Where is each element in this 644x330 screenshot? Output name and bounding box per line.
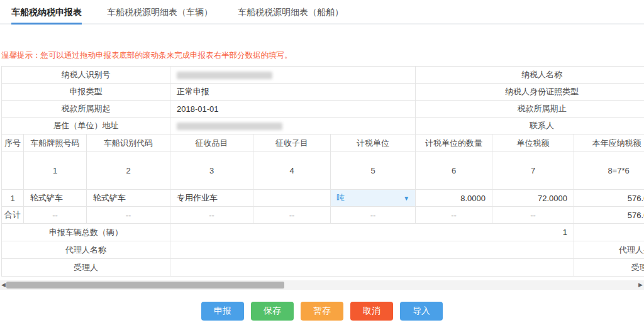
colnum-8: 8=7*6 xyxy=(574,152,644,190)
tax-period-end-label: 税款所属期止 xyxy=(416,101,644,118)
total-tax-unit-qty: -- xyxy=(416,207,492,224)
col-plate-number: 车船牌照号码 xyxy=(24,135,87,152)
info-row-tax-period-start: 税款所属期起 2018-01-01 税款所属期止 xyxy=(2,101,644,118)
import-button[interactable]: 导入 xyxy=(400,302,443,321)
tab-tax-source-detail-vessel[interactable]: 车船税税源明细表（船舶） xyxy=(238,0,343,23)
total-tax-unit: -- xyxy=(331,207,416,224)
scroll-right-icon[interactable]: ▶ xyxy=(638,282,643,289)
address-value xyxy=(170,118,416,135)
colnum-3: 3 xyxy=(170,152,253,190)
info-row-taxpayer-id: 纳税人识别号 纳税人名称 xyxy=(2,67,644,84)
colnum-5: 5 xyxy=(331,152,416,190)
tax-period-start-value: 2018-01-01 xyxy=(170,101,416,118)
col-unit-tax: 单位税额 xyxy=(492,135,574,152)
footer-row-acceptor: 受理人 受理日期 xyxy=(2,259,644,277)
vehicle-count-right-label xyxy=(574,224,644,241)
total-levy-subitem: -- xyxy=(253,207,331,224)
action-button-row: 申报 保存 暂存 取消 导入 xyxy=(0,302,644,321)
colnum-2: 2 xyxy=(87,152,170,190)
colnum-1: 1 xyxy=(24,152,87,190)
save-button[interactable]: 保存 xyxy=(251,302,294,321)
vehicle-count-label: 申报车辆总数（辆） xyxy=(2,224,170,241)
row-vin: 轮式铲车 xyxy=(87,190,170,207)
col-annual-tax: 本年应纳税额 xyxy=(574,135,644,152)
colnum-seq xyxy=(2,152,24,190)
temp-save-button[interactable]: 暂存 xyxy=(301,302,343,321)
address-label: 居住（单位）地址 xyxy=(2,118,170,135)
vehicle-count-value: 1 xyxy=(170,224,574,241)
col-tax-unit: 计税单位 xyxy=(331,135,416,152)
row-seq: 1 xyxy=(2,190,24,207)
acceptor-label: 受理人 xyxy=(2,259,170,277)
total-row: 合计 -- -- -- -- -- -- -- 576.0000 xyxy=(2,207,644,224)
footer-row-agent-name: 代理人名称 代理人身份证号 xyxy=(2,241,644,259)
agent-id-label: 代理人身份证号 xyxy=(574,241,644,259)
tax-period-start-label: 税款所属期起 xyxy=(2,101,170,118)
colnum-6: 6 xyxy=(416,152,492,190)
acceptor-value xyxy=(170,259,574,277)
total-vin: -- xyxy=(87,207,170,224)
column-number-row: 1 2 3 4 5 6 7 8=7*6 xyxy=(2,152,644,190)
scrollbar-thumb[interactable] xyxy=(6,282,284,289)
total-plate: -- xyxy=(24,207,87,224)
total-unit-tax: -- xyxy=(492,207,574,224)
row-tax-unit-cell: 吨 ▼ xyxy=(331,190,416,207)
column-header-row: 序号 车船牌照号码 车船识别代码 征收品目 征收子目 计税单位 计税单位的数量 … xyxy=(2,135,644,152)
declare-button[interactable]: 申报 xyxy=(201,302,244,321)
taxpayer-id-value xyxy=(170,67,416,84)
chevron-down-icon: ▼ xyxy=(403,195,409,202)
taxpayer-name-label: 纳税人名称 xyxy=(416,67,644,84)
info-row-address: 居住（单位）地址 联系人 xyxy=(2,118,644,135)
horizontal-scrollbar[interactable]: ◀ ▶ xyxy=(0,280,644,290)
scroll-hint-notice: 温馨提示：您可以通过拖动申报表底部的滚动条来完成申报表右半部分数据的填写。 xyxy=(1,50,644,61)
agent-name-label: 代理人名称 xyxy=(2,241,170,259)
tax-unit-selected-value: 吨 xyxy=(336,192,345,204)
tab-vehicle-vessel-tax-declaration[interactable]: 车船税纳税申报表 xyxy=(11,0,82,25)
redacted-taxpayer-id xyxy=(177,72,272,79)
declaration-type-value: 正常申报 xyxy=(170,84,416,101)
colnum-4: 4 xyxy=(253,152,331,190)
cancel-button[interactable]: 取消 xyxy=(350,302,393,321)
row-annual-tax: 576.0000 xyxy=(574,190,644,207)
col-vin: 车船识别代码 xyxy=(87,135,170,152)
table-row: 1 轮式铲车 轮式铲车 专用作业车 吨 ▼ 8.0000 72.0000 576… xyxy=(2,190,644,207)
agent-name-value xyxy=(170,241,574,259)
declaration-table-viewport: 纳税人识别号 纳税人名称 申报类型 正常申报 纳税人身份证照类型 税款所属期起 … xyxy=(1,66,644,277)
taxpayer-id-label: 纳税人识别号 xyxy=(2,67,170,84)
tab-tax-source-detail-vehicle[interactable]: 车船税税源明细表（车辆） xyxy=(107,0,213,23)
total-label: 合计 xyxy=(2,207,24,224)
total-levy-item: -- xyxy=(170,207,253,224)
tax-unit-dropdown[interactable]: 吨 ▼ xyxy=(331,190,415,206)
row-plate-number: 轮式铲车 xyxy=(24,190,87,207)
footer-row-vehicle-count: 申报车辆总数（辆） 1 xyxy=(2,224,644,241)
declaration-table: 纳税人识别号 纳税人名称 申报类型 正常申报 纳税人身份证照类型 税款所属期起 … xyxy=(1,66,644,277)
tab-bar: 车船税纳税申报表 车船税税源明细表（车辆） 车船税税源明细表（船舶） xyxy=(0,0,644,25)
row-levy-subitem xyxy=(253,190,331,207)
col-levy-item: 征收品目 xyxy=(170,135,253,152)
colnum-7: 7 xyxy=(492,152,574,190)
declaration-type-label: 申报类型 xyxy=(2,84,170,101)
id-certificate-type-label: 纳税人身份证照类型 xyxy=(416,84,644,101)
acceptance-date-label: 受理日期 xyxy=(574,259,644,277)
row-levy-item: 专用作业车 xyxy=(170,190,253,207)
row-unit-tax: 72.0000 xyxy=(492,190,574,207)
col-levy-subitem: 征收子目 xyxy=(253,135,331,152)
row-tax-unit-qty: 8.0000 xyxy=(416,190,492,207)
col-seq: 序号 xyxy=(2,135,24,152)
info-row-declaration-type: 申报类型 正常申报 纳税人身份证照类型 xyxy=(2,84,644,101)
redacted-address xyxy=(177,123,282,130)
col-tax-unit-qty: 计税单位的数量 xyxy=(416,135,492,152)
total-annual-tax: 576.0000 xyxy=(574,207,644,224)
scroll-left-icon[interactable]: ◀ xyxy=(1,282,6,289)
contact-person-label: 联系人 xyxy=(416,118,644,135)
